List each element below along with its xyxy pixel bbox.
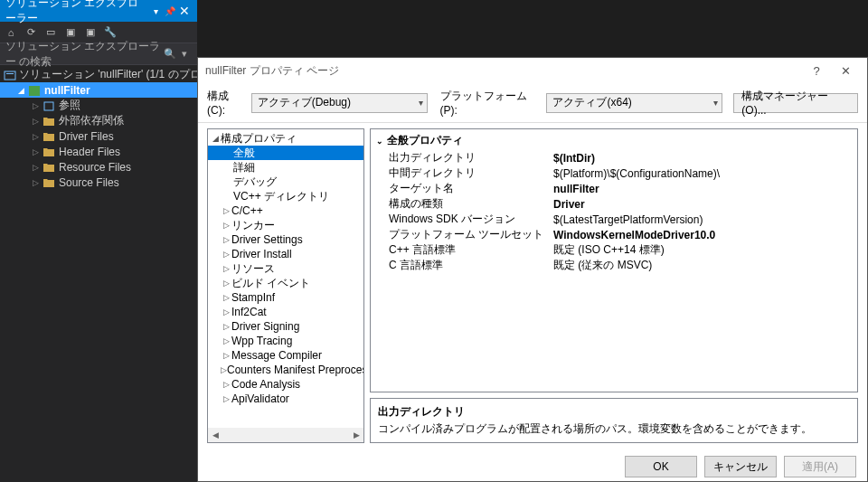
property-row[interactable]: C++ 言語標準既定 (ISO C++14 標準) <box>376 242 852 258</box>
svg-rect-0 <box>5 71 15 80</box>
dropdown-icon[interactable]: ▾ <box>148 6 163 16</box>
platform-combo[interactable]: アクティブ(x64) <box>546 93 722 113</box>
solution-icon <box>4 68 16 82</box>
property-value[interactable]: nullFilter <box>553 183 852 195</box>
property-value[interactable]: Driver <box>553 198 852 211</box>
tree-group[interactable]: ▷ApiValidator <box>208 392 363 406</box>
horizontal-scrollbar[interactable]: ◀ ▶ <box>208 428 363 442</box>
home-icon[interactable]: ⌂ <box>4 25 18 40</box>
tree-item[interactable]: デバッグ <box>208 175 363 189</box>
property-key: Windows SDK バージョン <box>376 212 553 227</box>
tree-item[interactable]: VC++ ディレクトリ <box>208 189 363 203</box>
wrench-icon[interactable]: 🔧 <box>103 25 118 40</box>
config-combo[interactable]: アクティブ(Debug) <box>251 93 428 113</box>
folder-label: Source Files <box>59 176 119 189</box>
collapse-arrow-icon: ⌄ <box>376 137 387 146</box>
tree-group[interactable]: ▷StampInf <box>208 290 363 305</box>
folder-node[interactable]: ▷ Driver Files <box>0 128 197 144</box>
tree-group[interactable]: ▷ビルド イベント <box>208 276 363 290</box>
dialog-buttons: OK キャンセル 適用(A) <box>198 449 867 482</box>
dialog-titlebar: nullFilter プロパティ ページ ? ✕ <box>198 58 867 83</box>
project-label: nullFilter <box>44 84 90 97</box>
collapse-arrow-icon: ▷ <box>221 293 231 302</box>
solution-label: ソリューション 'nullFilter' (1/1 のプロジ <box>19 67 197 82</box>
project-node[interactable]: ◢ nullFilter <box>0 82 197 98</box>
collapse-arrow-icon: ▷ <box>221 264 231 273</box>
collapse-arrow-icon: ▷ <box>29 147 42 156</box>
property-row[interactable]: ターゲット名nullFilter <box>376 181 852 196</box>
property-value[interactable]: WindowsKernelModeDriver10.0 <box>553 229 852 241</box>
close-icon[interactable]: ✕ <box>831 64 860 78</box>
close-icon[interactable]: ✕ <box>177 4 192 18</box>
folder-node[interactable]: ▷ Resource Files <box>0 159 197 175</box>
property-key: C++ 言語標準 <box>376 242 553 258</box>
folder-label: Driver Files <box>59 130 114 143</box>
property-value[interactable]: 既定 (従来の MSVC) <box>553 258 852 273</box>
property-tree: ◢構成プロパティ 全般 詳細 デバッグ VC++ ディレクトリ ▷C/C++ ▷… <box>207 128 364 443</box>
tree-item-general[interactable]: 全般 <box>208 146 363 160</box>
svg-rect-3 <box>31 88 38 89</box>
svg-rect-4 <box>31 90 38 91</box>
pin-icon[interactable]: 📌 <box>163 6 177 16</box>
property-row[interactable]: プラットフォーム ツールセットWindowsKernelModeDriver10… <box>376 227 852 242</box>
solution-explorer-titlebar: ソリューション エクスプローラー ▾ 📌 ✕ <box>0 0 197 22</box>
tree-group[interactable]: ▷C/C++ <box>208 203 363 218</box>
config-manager-button[interactable]: 構成マネージャー(O)... <box>733 93 858 113</box>
toolbar-btn[interactable]: ⟳ <box>24 25 38 40</box>
tree-group[interactable]: ▷Wpp Tracing <box>208 334 363 348</box>
tree-root[interactable]: ◢構成プロパティ <box>208 131 363 146</box>
property-value[interactable]: 既定 (ISO C++14 標準) <box>553 242 852 258</box>
folder-label: Header Files <box>59 146 120 158</box>
property-value[interactable]: $(Platform)\$(ConfigurationName)\ <box>553 167 852 180</box>
solution-explorer-panel: ソリューション エクスプローラー ▾ 📌 ✕ ⌂ ⟳ ▭ ▣ ▣ 🔧 ソリューシ… <box>0 0 197 482</box>
svg-rect-5 <box>44 102 53 110</box>
collapse-arrow-icon: ▷ <box>29 101 42 110</box>
tree-group[interactable]: ▷Driver Settings <box>208 232 363 247</box>
expand-arrow-icon: ◢ <box>14 86 27 95</box>
references-icon <box>42 99 56 113</box>
external-deps-node[interactable]: ▷ 外部依存関係 <box>0 113 197 128</box>
dialog-config-row: 構成(C): アクティブ(Debug) プラットフォーム(P): アクティブ(x… <box>198 83 867 123</box>
platform-label: プラットフォーム(P): <box>440 89 542 117</box>
tree-group[interactable]: ▷Driver Signing <box>208 319 363 334</box>
collapse-arrow-icon: ▷ <box>221 351 231 360</box>
property-row[interactable]: C 言語標準既定 (従来の MSVC) <box>376 258 852 273</box>
toolbar-btn[interactable]: ▣ <box>83 25 98 40</box>
description-body: コンパイル済みプログラムが配置される場所のパス。環境変数を含めることができます。 <box>378 421 850 437</box>
folder-node[interactable]: ▷ Source Files <box>0 175 197 190</box>
scroll-left-icon[interactable]: ◀ <box>208 430 222 439</box>
tree-group[interactable]: ▷Code Analysis <box>208 377 363 392</box>
help-icon[interactable]: ? <box>802 64 831 78</box>
toolbar-btn[interactable]: ▭ <box>43 25 58 40</box>
property-row[interactable]: 中間ディレクトリ$(Platform)\$(ConfigurationName)… <box>376 165 852 181</box>
ok-button[interactable]: OK <box>625 456 697 477</box>
property-row[interactable]: Windows SDK バージョン$(LatestTargetPlatformV… <box>376 212 852 227</box>
property-value[interactable]: $(IntDir) <box>553 152 852 165</box>
scroll-right-icon[interactable]: ▶ <box>349 430 363 439</box>
references-label: 参照 <box>59 98 80 113</box>
tree-group[interactable]: ▷リソース <box>208 261 363 276</box>
expand-arrow-icon: ◢ <box>210 134 221 143</box>
collapse-arrow-icon: ▷ <box>221 380 231 389</box>
tree-group[interactable]: ▷Inf2Cat <box>208 305 363 319</box>
tree-item[interactable]: 詳細 <box>208 160 363 175</box>
solution-explorer-search[interactable]: ソリューション エクスプローラー の検索 🔍 ▾ <box>0 43 197 65</box>
property-description: 出力ディレクトリ コンパイル済みプログラムが配置される場所のパス。環境変数を含め… <box>370 398 858 443</box>
collapse-arrow-icon: ▷ <box>29 178 42 187</box>
property-row[interactable]: 出力ディレクトリ$(IntDir) <box>376 150 852 165</box>
tree-group[interactable]: ▷Message Compiler <box>208 348 363 363</box>
grid-heading[interactable]: ⌄全般プロパティ <box>376 133 852 148</box>
references-node[interactable]: ▷ 参照 <box>0 98 197 113</box>
collapse-arrow-icon: ▷ <box>221 221 231 230</box>
property-value[interactable]: $(LatestTargetPlatformVersion) <box>553 213 852 226</box>
solution-node[interactable]: ソリューション 'nullFilter' (1/1 のプロジ <box>0 67 197 82</box>
tree-group[interactable]: ▷Driver Install <box>208 247 363 261</box>
cancel-button[interactable]: キャンセル <box>704 456 777 477</box>
tree-group[interactable]: ▷リンカー <box>208 218 363 232</box>
toolbar-btn[interactable]: ▣ <box>63 25 78 40</box>
property-row[interactable]: 構成の種類Driver <box>376 196 852 212</box>
config-label: 構成(C): <box>207 89 246 117</box>
folder-node[interactable]: ▷ Header Files <box>0 144 197 159</box>
apply-button[interactable]: 適用(A) <box>784 456 856 477</box>
tree-group[interactable]: ▷Counters Manifest Preprocessor <box>208 363 363 377</box>
